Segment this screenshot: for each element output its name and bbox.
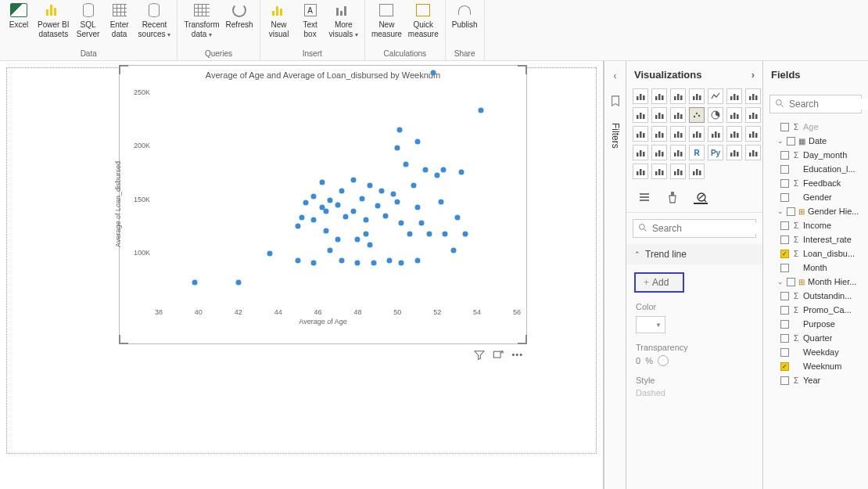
viz-type-stacked-column[interactable]: [670, 88, 686, 104]
filter-icon[interactable]: [474, 350, 485, 362]
data-point[interactable]: [363, 231, 368, 236]
data-point[interactable]: [327, 247, 332, 253]
viz-search-input[interactable]: [652, 223, 769, 234]
field-loan_disbu[interactable]: ΣLoan_disbu...: [763, 246, 868, 261]
recent-sources-button[interactable]: Recentsources ▾: [135, 0, 174, 48]
new-visual-button[interactable]: Newvisual: [264, 0, 295, 48]
viz-search-box[interactable]: [633, 219, 756, 238]
data-point[interactable]: [311, 218, 317, 223]
field-age[interactable]: ΣAge: [763, 120, 868, 134]
data-point[interactable]: [327, 198, 332, 203]
field-checkbox[interactable]: [780, 306, 789, 315]
resize-handle-br[interactable]: [518, 335, 527, 344]
data-point[interactable]: [335, 236, 341, 242]
viz-type-clustered-column[interactable]: [689, 88, 705, 104]
data-point[interactable]: [299, 215, 305, 221]
field-checkbox[interactable]: [780, 250, 789, 258]
field-weekday[interactable]: Weekday: [763, 345, 868, 359]
viz-type-paginated[interactable]: [651, 164, 667, 179]
data-point[interactable]: [418, 221, 424, 226]
viz-type-kpi[interactable]: [745, 126, 761, 142]
field-genderhie[interactable]: ⌄⊞Gender Hie...: [763, 204, 868, 218]
publish-button[interactable]: Publish: [449, 0, 481, 48]
data-point[interactable]: [462, 231, 468, 236]
viz-type-map[interactable]: [633, 126, 648, 142]
collapse-viz-icon[interactable]: ›: [751, 69, 755, 81]
data-point[interactable]: [387, 258, 393, 264]
data-point[interactable]: [311, 194, 317, 200]
viz-type-py-visual[interactable]: Py: [708, 145, 723, 160]
data-point[interactable]: [378, 189, 384, 194]
resize-handle-bl[interactable]: [119, 335, 128, 344]
viz-type-r-visual[interactable]: R: [689, 145, 705, 160]
data-point[interactable]: [391, 192, 396, 197]
data-point[interactable]: [411, 183, 416, 189]
more-options-icon[interactable]: •••: [511, 350, 523, 362]
viz-type-arcgis[interactable]: [670, 164, 686, 179]
field-checkbox[interactable]: [780, 151, 789, 160]
field-checkbox[interactable]: [780, 123, 789, 131]
data-point[interactable]: [414, 204, 420, 210]
data-point[interactable]: [335, 202, 341, 207]
trend-line-section[interactable]: ⌃ Trend line: [626, 244, 762, 264]
quick-measure-button[interactable]: Quickmeasure: [405, 0, 442, 48]
field-checkbox[interactable]: [787, 207, 795, 216]
viz-type-clustered-bar[interactable]: [651, 88, 667, 104]
data-point[interactable]: [339, 258, 345, 264]
field-date[interactable]: ⌄▦Date: [763, 134, 868, 148]
data-point[interactable]: [479, 108, 484, 113]
viz-type-waterfall[interactable]: [670, 107, 686, 123]
data-point[interactable]: [343, 214, 349, 220]
transform-data-button[interactable]: Transformdata ▾: [181, 0, 222, 48]
field-checkbox[interactable]: [780, 362, 789, 371]
data-point[interactable]: [339, 189, 345, 194]
field-day_month[interactable]: ΣDay_month: [763, 148, 868, 162]
powerbi-datasets-button[interactable]: Power BIdatasets: [34, 0, 73, 48]
data-point[interactable]: [422, 167, 428, 172]
field-checkbox[interactable]: [780, 320, 789, 329]
viz-type-card[interactable]: [708, 126, 723, 142]
data-point[interactable]: [355, 236, 360, 242]
field-checkbox[interactable]: [780, 179, 789, 188]
viz-type-ribbon-chart[interactable]: [745, 88, 761, 104]
filters-pane-label[interactable]: Filters: [610, 123, 621, 149]
viz-type-gauge[interactable]: [689, 126, 705, 142]
field-purpose[interactable]: Purpose: [763, 317, 868, 331]
viz-type-slicer[interactable]: [633, 145, 648, 160]
data-point[interactable]: [371, 260, 376, 265]
viz-type-powerapps[interactable]: [689, 164, 705, 179]
data-point[interactable]: [407, 231, 412, 236]
field-checkbox[interactable]: [780, 221, 789, 230]
field-gender[interactable]: Gender: [763, 190, 868, 204]
data-point[interactable]: [435, 172, 440, 178]
field-month[interactable]: Month: [763, 261, 868, 275]
viz-type-filled-map[interactable]: [651, 126, 667, 142]
viz-type-qa[interactable]: [633, 164, 648, 179]
viz-type-line[interactable]: [708, 88, 723, 104]
viz-type-donut[interactable]: [726, 107, 742, 123]
enter-data-button[interactable]: Enterdata: [104, 0, 135, 48]
field-income[interactable]: ΣIncome: [763, 218, 868, 232]
fields-search-box[interactable]: [769, 95, 862, 113]
field-feedback[interactable]: ΣFeedback: [763, 176, 868, 190]
sql-server-button[interactable]: SQLServer: [73, 0, 104, 48]
data-point[interactable]: [323, 228, 328, 233]
viz-type-treemap[interactable]: [745, 107, 761, 123]
viz-type-funnel[interactable]: [670, 126, 686, 142]
data-point[interactable]: [235, 279, 241, 285]
viz-type-scatter[interactable]: [689, 107, 705, 123]
data-point[interactable]: [355, 260, 360, 265]
viz-type-pie[interactable]: [708, 107, 723, 123]
data-point[interactable]: [319, 180, 325, 185]
data-point[interactable]: [375, 203, 380, 209]
viz-type-stacked-bar[interactable]: [633, 88, 648, 104]
field-education_l[interactable]: Education_l...: [763, 162, 868, 176]
resize-handle-tl[interactable]: [119, 65, 128, 74]
new-measure-button[interactable]: Newmeasure: [368, 0, 405, 48]
field-promo_ca[interactable]: ΣPromo_Ca...: [763, 303, 868, 317]
data-point[interactable]: [450, 247, 456, 253]
data-point[interactable]: [359, 196, 364, 201]
viz-type-key-influencers[interactable]: [726, 145, 742, 160]
data-point[interactable]: [383, 213, 389, 218]
field-checkbox[interactable]: [787, 137, 795, 146]
